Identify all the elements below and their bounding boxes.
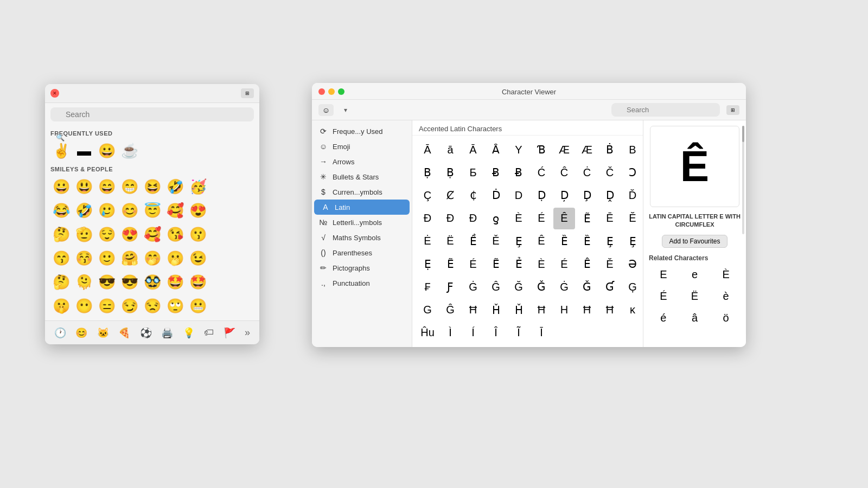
emoji-item[interactable]: 😁 — [119, 176, 141, 197]
char-expand-button[interactable]: ⊞ — [726, 105, 739, 115]
emoji-item[interactable]: 🫢 — [164, 247, 186, 269]
char-cell[interactable]: Ḅ — [417, 162, 438, 183]
char-cell[interactable]: Ě — [599, 253, 621, 275]
emoji-item[interactable]: 😎 — [96, 271, 118, 293]
char-cell[interactable]: Ğ — [508, 276, 529, 298]
char-cell[interactable]: Ƀ — [508, 162, 529, 183]
emoji-item[interactable]: 😒 — [142, 295, 163, 317]
symbols-icon[interactable]: 💡 — [181, 325, 197, 341]
close-dot[interactable] — [318, 88, 325, 95]
emoji-item[interactable]: 😃 — [73, 176, 95, 197]
char-cell[interactable]: Ē — [599, 208, 621, 229]
char-cell[interactable]: Ī — [531, 322, 552, 344]
emoji-item[interactable]: 😑 — [96, 295, 118, 317]
emoji-item[interactable]: 🤩 — [164, 271, 186, 293]
char-cell[interactable]: Ĉ — [553, 162, 575, 183]
char-cell[interactable]: Б — [462, 162, 484, 183]
emoji-item[interactable]: 😍 — [187, 200, 209, 221]
char-cell[interactable]: Ì — [439, 322, 461, 344]
emoji-item[interactable]: 😀 — [50, 176, 72, 197]
emoji-item[interactable]: 🥰 — [164, 200, 186, 221]
char-cell[interactable]: Ȟ — [508, 299, 529, 321]
char-cell[interactable]: Ė — [417, 230, 438, 252]
char-cell[interactable]: Ḓ — [599, 184, 621, 206]
emoji-item[interactable]: 😄 — [96, 176, 118, 197]
sidebar-item-pictographs[interactable]: ✏ Pictographs — [312, 260, 412, 275]
char-cell[interactable]: Ȟ — [485, 299, 507, 321]
emoji-item[interactable]: 🤣 — [73, 200, 95, 221]
char-cell[interactable]: Ẹ — [417, 253, 438, 275]
char-cell[interactable]: Ê — [531, 230, 552, 252]
char-cell[interactable]: Ģ — [622, 276, 643, 298]
emoji-item[interactable]: 😆 — [142, 176, 163, 197]
char-cell[interactable]: Ê̄ — [576, 253, 598, 275]
sidebar-item-emoji[interactable]: ☺ Emoji — [312, 139, 412, 154]
emoji-item[interactable]: 🥳 — [187, 176, 209, 197]
char-cell[interactable]: ĸ — [622, 299, 643, 321]
char-cell[interactable]: Ḋ — [485, 184, 507, 206]
char-cell[interactable]: Ð — [462, 208, 484, 229]
sidebar-item-currency[interactable]: $ Curren...ymbols — [312, 184, 412, 200]
char-cell[interactable]: Ĕ — [622, 208, 643, 229]
char-cell[interactable]: Ề — [462, 230, 484, 252]
char-cell[interactable]: Æ — [553, 139, 575, 160]
related-char[interactable]: ö — [711, 309, 741, 328]
emoji-item[interactable]: 🤔 — [50, 223, 72, 245]
char-cell[interactable]: Ĩ — [508, 322, 529, 344]
history-icon[interactable]: 🕐 — [52, 325, 68, 341]
activities-icon[interactable]: ⚽ — [138, 325, 154, 341]
char-cell[interactable]: Ċ — [576, 162, 598, 183]
emoji-item[interactable]: 😍 — [119, 223, 141, 245]
char-cell[interactable]: ƍ — [485, 208, 507, 229]
fullscreen-dot[interactable] — [338, 88, 344, 95]
smileys-icon[interactable]: 😊 — [73, 325, 90, 341]
animals-icon[interactable]: 🐱 — [95, 325, 111, 341]
related-char[interactable]: Ë — [680, 287, 710, 306]
emoji-item[interactable]: 🤫 — [50, 295, 72, 317]
emoji-item[interactable]: 🥰 — [142, 223, 163, 245]
char-cell[interactable]: Ȩ — [508, 230, 529, 252]
char-cell[interactable]: Ě — [485, 230, 507, 252]
emoji-item[interactable]: 😬 — [187, 295, 209, 317]
emoji-item[interactable]: 🥲 — [96, 200, 118, 221]
emoji-item[interactable]: 😂 — [50, 200, 72, 221]
expand-button[interactable]: ⊞ — [241, 88, 254, 98]
char-cell[interactable]: Ġ — [462, 276, 484, 298]
char-cell[interactable]: Ħ — [462, 299, 484, 321]
emoji-item[interactable]: 😚 — [73, 247, 95, 269]
emoji-item[interactable]: 🤗 — [119, 247, 141, 269]
char-cell[interactable]: Ć — [531, 162, 552, 183]
emoji-item[interactable]: 🤔 — [50, 271, 72, 293]
char-cell[interactable]: Ħ — [531, 299, 552, 321]
tags-icon[interactable]: 🏷 — [202, 325, 216, 341]
char-cell[interactable]: Ẻ — [508, 253, 529, 275]
add-to-favourites-button[interactable]: Add to Favourites — [662, 235, 727, 248]
char-cell[interactable]: Ĥu — [417, 322, 438, 344]
emoji-item[interactable]: 🙂 — [96, 247, 118, 269]
char-cell[interactable]: È — [508, 208, 529, 229]
char-cell[interactable]: Î — [485, 322, 507, 344]
char-cell[interactable]: Ā — [462, 139, 484, 160]
search-input[interactable] — [611, 103, 720, 117]
emoji-item[interactable]: 😇 — [142, 200, 163, 221]
related-char[interactable]: é — [649, 309, 678, 328]
sidebar-item-letterlike[interactable]: № Letterli...ymbols — [312, 215, 412, 230]
emoji-item[interactable]: 🙄 — [164, 295, 186, 317]
emoji-item[interactable]: 😀 — [96, 140, 118, 162]
char-cell[interactable]: Ḅ — [439, 162, 461, 183]
char-cell[interactable]: Æ — [576, 139, 598, 160]
char-cell[interactable]: Ǧ — [576, 276, 598, 298]
char-cell-selected[interactable]: Ê — [553, 208, 575, 229]
char-cell[interactable]: Ë — [439, 230, 461, 252]
flags-icon[interactable]: 🚩 — [221, 325, 238, 341]
char-cell[interactable]: Č — [599, 162, 621, 183]
emoji-item[interactable]: 🤣 — [164, 176, 186, 197]
char-cell[interactable]: Ḑ — [576, 184, 598, 206]
char-cell[interactable]: Ȼ — [439, 184, 461, 206]
char-cell[interactable]: G — [417, 299, 438, 321]
emoji-item[interactable]: 🤭 — [142, 247, 163, 269]
emoji-item[interactable]: 😏 — [119, 295, 141, 317]
char-cell[interactable]: H — [553, 299, 575, 321]
char-cell[interactable]: Ā — [417, 139, 438, 160]
char-cell[interactable]: B — [622, 139, 643, 160]
